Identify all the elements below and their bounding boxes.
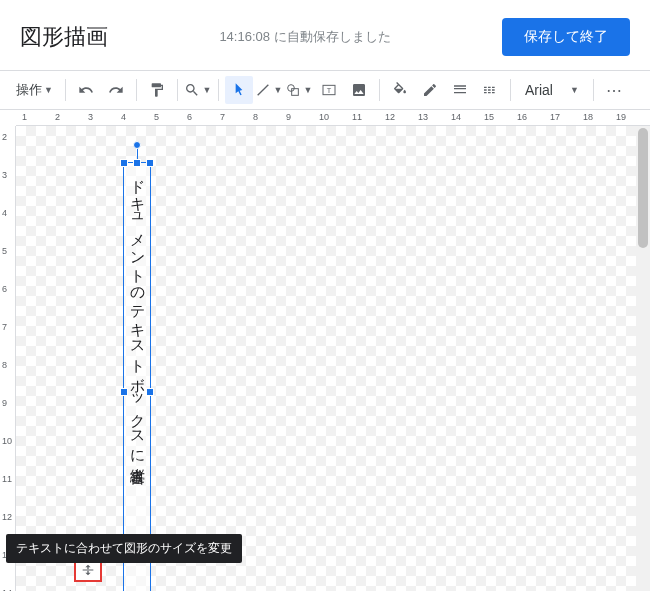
vertical-scrollbar[interactable] — [636, 126, 650, 591]
actions-menu[interactable]: 操作▼ — [10, 76, 59, 104]
font-family-select[interactable]: Arial▼ — [517, 82, 587, 98]
ruler-vertical: 234567891011121314 — [0, 126, 16, 591]
border-dash-button[interactable] — [476, 76, 504, 104]
redo-button[interactable] — [102, 76, 130, 104]
more-button[interactable]: ⋯ — [600, 76, 628, 104]
paint-format-button[interactable] — [143, 76, 171, 104]
save-and-close-button[interactable]: 保存して終了 — [502, 18, 630, 56]
border-color-button[interactable] — [416, 76, 444, 104]
border-weight-button[interactable] — [446, 76, 474, 104]
drawing-canvas[interactable]: ドキュメントのテキストボックスに縦書き — [16, 126, 636, 591]
textbox-content[interactable]: ドキュメントのテキストボックスに縦書き — [124, 163, 151, 591]
dialog-title: 図形描画 — [20, 22, 108, 52]
vertical-textbox[interactable]: ドキュメントのテキストボックスに縦書き — [123, 162, 151, 591]
tooltip: テキストに合わせて図形のサイズを変更 — [6, 534, 242, 563]
svg-text:T: T — [327, 86, 332, 95]
select-tool[interactable] — [225, 76, 253, 104]
zoom-menu[interactable]: ▼ — [184, 76, 212, 104]
fill-color-button[interactable] — [386, 76, 414, 104]
image-tool[interactable] — [345, 76, 373, 104]
svg-rect-1 — [292, 89, 299, 96]
resize-handle-tr[interactable] — [146, 159, 154, 167]
autosave-status: 14:16:08 に自動保存しました — [108, 28, 502, 46]
textbox-tool[interactable]: T — [315, 76, 343, 104]
ruler-horizontal: 12345678910111213141516171819 — [16, 110, 650, 126]
shape-tool[interactable]: ▼ — [285, 76, 313, 104]
undo-button[interactable] — [72, 76, 100, 104]
resize-handle-ml[interactable] — [120, 388, 128, 396]
resize-handle-mr[interactable] — [146, 388, 154, 396]
resize-handle-tl[interactable] — [120, 159, 128, 167]
toolbar: 操作▼ ▼ ▼ ▼ T Arial▼ ⋯ — [0, 70, 650, 110]
svg-point-0 — [288, 85, 295, 92]
rotate-handle[interactable] — [133, 141, 141, 149]
line-tool[interactable]: ▼ — [255, 76, 283, 104]
resize-handle-mt[interactable] — [133, 159, 141, 167]
